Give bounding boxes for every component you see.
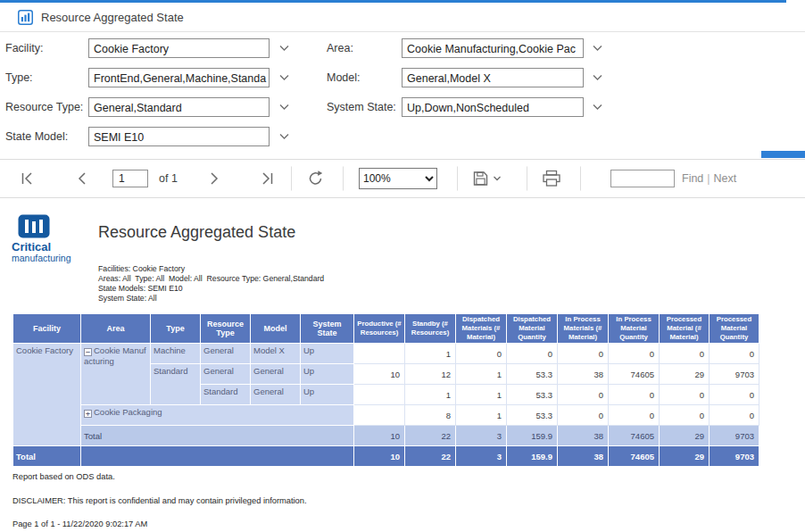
state-model-value: SEMI E10 [94,131,144,144]
column-header-processed-quantity: Processed Material Quantity [710,314,759,344]
report-canvas: Critical manufacturing Resource Aggregat… [0,199,805,532]
previous-page-button[interactable] [75,171,89,186]
cell-value: 3 [456,446,507,467]
cell-value: 9703 [710,364,759,385]
cell-value: 0 [507,344,558,364]
subtotal-label: Total [81,426,354,446]
cell-value: 9703 [710,446,759,467]
chevron-down-icon[interactable] [592,104,603,111]
chevron-down-icon[interactable] [592,45,603,52]
resource-type-value: General,Standard [94,102,182,114]
cell-value [354,385,405,405]
filter-row: State Model: SEMI E10 [0,127,805,146]
toolbar-separator [527,167,527,191]
column-header-system-state: System State [301,314,354,344]
system-state-combobox[interactable]: Up,Down,NonScheduled [402,97,584,117]
next-link[interactable]: Next [714,172,737,185]
cell-resource-type: General [201,344,251,364]
cell-value: 22 [405,446,456,467]
cell-value: 3 [456,426,507,446]
chevron-down-icon[interactable] [592,74,603,81]
grand-total-spacer [81,446,354,467]
model-value: General,Model X [407,72,491,85]
next-page-button[interactable] [207,171,221,186]
filter-label-type: Type: [5,68,33,87]
collapse-toggle[interactable]: − [84,348,92,356]
cell-value [354,344,405,364]
expand-toggle[interactable]: + [84,410,92,418]
cell-value: 74605 [609,426,660,446]
type-combobox[interactable]: FrontEnd,General,Machine,Standa [88,68,270,87]
filter-label-area: Area: [327,38,353,58]
last-page-button[interactable] [259,171,275,186]
chevron-down-icon[interactable] [278,104,290,111]
cell-model: General [251,364,301,385]
filter-panel: Facility: Cookie Factory Area: Cookie Ma… [0,32,805,150]
report-page-footer: Page 1 of 1 - 11/22/2020 9:02:17 AM [12,520,147,528]
page-number-input[interactable] [112,170,148,187]
find-link[interactable]: Find [682,172,703,185]
area-name: Cookie Packaging [94,407,162,417]
cell-value: 38 [558,364,609,385]
first-page-button[interactable] [20,171,36,186]
report-viewer-window: Resource Aggregated State Facility: Cook… [0,0,805,532]
cell-value: 8 [405,405,456,426]
cell-system-state: Up [301,364,354,385]
cell-system-state: Up [301,344,354,364]
chevron-down-icon[interactable] [278,45,290,52]
report-toolbar: of 1 100% [0,159,805,198]
resource-type-combobox[interactable]: General,Standard [88,97,270,117]
find-next-separator: | [707,172,710,185]
report-parameters: Facilities: Cookie Factory Areas: All Ty… [98,264,324,303]
cell-value: 0 [609,385,660,405]
report-info-state-models: State Models: SEMI E10 [98,284,324,294]
cell-area: +Cookie Packaging [81,405,354,426]
area-combobox[interactable]: Cookie Manufacturing,Cookie Pac [402,38,584,58]
cell-value: 29 [660,446,710,467]
chevron-down-icon[interactable] [278,133,290,140]
cell-area: −Cookie Manufacturing [81,344,151,405]
export-button[interactable] [473,171,502,187]
cell-value: 29 [660,364,710,385]
zoom-select[interactable]: 100% [359,168,437,189]
cell-value: 1 [456,385,507,405]
cell-value: 53.3 [507,385,558,405]
filter-label-system-state: System State: [327,97,396,117]
cell-value: 53.3 [507,405,558,426]
cell-value: 9703 [710,426,759,446]
refresh-button[interactable] [307,170,324,187]
report-info-system-state: System State: All [98,294,324,303]
save-icon [473,171,488,187]
cell-value: 0 [609,344,660,364]
column-header-dispatched-quantity: Dispatched Material Quantity [507,314,558,344]
cell-resource-type: General [201,364,251,385]
cell-value: 0 [710,344,759,364]
grand-total-row: Total 10 22 3 159.9 38 74605 29 9703 [13,446,759,467]
print-button[interactable] [543,170,560,187]
toolbar-separator [580,167,581,191]
cell-value: 22 [405,426,456,446]
table-row: +Cookie Packaging 8 1 53.3 0 0 0 0 [13,405,759,426]
horizontal-scrollbar-thumb[interactable] [761,151,805,158]
find-input[interactable] [610,170,675,187]
facility-value: Cookie Factory [94,43,169,55]
printer-icon [543,170,560,187]
column-header-area: Area [81,314,151,344]
model-combobox[interactable]: General,Model X [402,68,584,87]
filter-label-resource-type: Resource Type: [5,97,83,117]
cell-value: 0 [710,385,759,405]
cell-value: 0 [710,405,759,426]
report-info-areas: Areas: All Type: All Model: All Resource… [98,274,324,284]
chevron-down-icon[interactable] [278,74,290,81]
cell-value: 74605 [609,446,660,467]
page-count-label: of 1 [159,172,178,185]
filter-row: Resource Type: General,Standard System S… [0,97,805,117]
column-header-processed-material: Processed Material (# Material) [660,314,710,344]
cell-value: 0 [558,344,609,364]
state-model-combobox[interactable]: SEMI E10 [88,127,270,146]
cell-type: Machine [151,344,201,364]
report-info-facilities: Facilities: Cookie Factory [98,264,324,274]
cell-value: 159.9 [507,446,558,467]
facility-combobox[interactable]: Cookie Factory [88,38,270,58]
logo-text-manufacturing: manufacturing [12,253,71,263]
